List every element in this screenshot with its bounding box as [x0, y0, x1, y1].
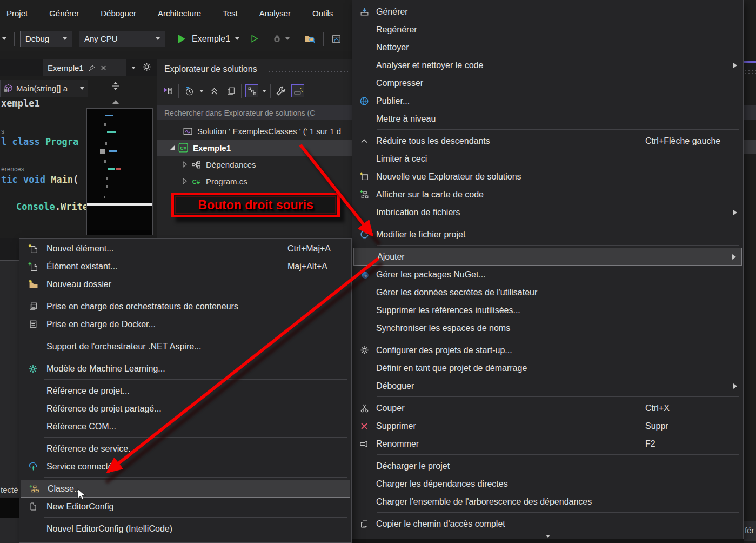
- expander-open-icon[interactable]: [167, 145, 177, 150]
- switch-views-icon[interactable]: [162, 84, 175, 97]
- expander-closed-icon[interactable]: [180, 161, 190, 168]
- tree-row-program-cs[interactable]: C#Program.cs: [157, 173, 352, 189]
- menu-item-configurer-startup[interactable]: Configurer des projets de start-up...: [352, 341, 743, 359]
- panel-drag-texture[interactable]: [268, 68, 349, 74]
- track-caret-icon[interactable]: [262, 90, 266, 92]
- menu-item-nouvelle-vue[interactable]: Nouvelle vue Explorateur de solutions: [352, 168, 743, 186]
- menu-item-definir-projet-demarrage[interactable]: Définir en tant que projet de démarrage: [352, 359, 743, 377]
- configuration-dropdown[interactable]: Debug: [20, 31, 72, 47]
- tree-row-solution[interactable]: Solution ' ExemplesClasses ' (' 1 sur 1 …: [157, 123, 352, 139]
- menu-item-reduire-descendants[interactable]: Réduire tous les descendantsCtrl+Flèche …: [352, 132, 743, 150]
- menu-item-reference-service[interactable]: Référence de service...: [19, 440, 351, 458]
- menu-item-nouvel-element[interactable]: Nouvel élément...Ctrl+Maj+A: [19, 240, 351, 257]
- menu-item-new-editorconfig[interactable]: New EditorConfig: [19, 498, 351, 515]
- menu-item-nettoyer[interactable]: Nettoyer: [352, 38, 743, 56]
- menu-item-synchroniser-espaces[interactable]: Synchroniser les espaces de noms: [352, 319, 743, 337]
- menu-item-regenerer[interactable]: Regénérer: [352, 21, 743, 38]
- collapse-all-icon[interactable]: [208, 84, 220, 97]
- menubar-item-outils[interactable]: Outils: [312, 9, 333, 18]
- scroll-up-icon[interactable]: [112, 100, 119, 104]
- menubar-item-projet[interactable]: Projet: [6, 9, 28, 18]
- tree-row-dependances[interactable]: Dépendances: [157, 156, 352, 173]
- code-line: tic void Main(: [1, 174, 78, 185]
- menu-item-shortcut: Ctrl+Maj+A: [287, 244, 331, 254]
- menu-item-shortcut: Suppr: [645, 421, 668, 431]
- menu-item-label: Limiter à ceci: [376, 154, 427, 164]
- new-view-icon: [352, 172, 376, 181]
- window-home-icon[interactable]: [330, 34, 342, 44]
- track-active-item-icon[interactable]: [245, 84, 258, 97]
- menu-separator: [19, 435, 351, 440]
- platform-dropdown[interactable]: Any CPU: [79, 31, 165, 47]
- menu-item-ajouter[interactable]: Ajouter: [353, 248, 742, 266]
- pending-changes-filter-icon[interactable]: [183, 84, 196, 97]
- minimap-viewport-bar[interactable]: [87, 203, 152, 206]
- menu-item-supprimer[interactable]: SupprimerSuppr: [352, 417, 743, 435]
- menu-item-decharger-projet[interactable]: Décharger le projet: [352, 457, 743, 475]
- panel-drag-texture: [744, 67, 756, 75]
- hot-reload-flame-icon[interactable]: [271, 34, 283, 44]
- menu-item-compresser[interactable]: Compresser: [352, 74, 743, 92]
- annotation-box: Bouton droit souris: [171, 193, 340, 217]
- expander-closed-icon[interactable]: [180, 178, 190, 184]
- menu-item-classe[interactable]: Classe...: [21, 480, 350, 498]
- menubar-item-test[interactable]: Test: [223, 9, 238, 18]
- start-debugging-play-icon[interactable]: [178, 35, 185, 43]
- hot-reload-caret-icon[interactable]: [285, 37, 290, 40]
- menu-item-nouveau-dossier[interactable]: Nouveau dossier: [19, 275, 351, 293]
- menu-scroll-down-icon[interactable]: [546, 535, 550, 538]
- menu-item-label: Modèle de Machine Learning...: [46, 364, 165, 374]
- menu-item-donnees-secretes[interactable]: Gérer les données secrètes de l'utilisat…: [352, 283, 743, 301]
- menu-item-supprimer-references[interactable]: Supprimer les références inutilisées...: [352, 301, 743, 319]
- start-without-debugging-icon[interactable]: [248, 34, 260, 44]
- toolbar-overflow-caret-icon[interactable]: [2, 37, 6, 40]
- class-icon: [21, 484, 48, 494]
- menubar-item-analyser[interactable]: Analyser: [259, 9, 291, 18]
- menu-item-label: Couper: [376, 403, 404, 413]
- menu-item-orchestrateurs-conteneurs[interactable]: Prise en charge des orchestrateurs de co…: [19, 297, 351, 315]
- splitter-handle-icon[interactable]: [111, 81, 121, 91]
- menu-item-analyser-nettoyer-code[interactable]: Analyser et nettoyer le code: [352, 56, 743, 74]
- menu-item-machine-learning[interactable]: Modèle de Machine Learning...: [19, 360, 351, 378]
- menu-item-charger-arborescence[interactable]: Charger l'ensemble de l'arborescence des…: [352, 493, 743, 511]
- run-target-caret-icon[interactable]: [235, 37, 239, 40]
- menu-item-nouvel-editorconfig-intellicode[interactable]: Nouvel EditorConfig (IntelliCode): [19, 520, 351, 538]
- menu-item-generer[interactable]: Générer: [352, 3, 743, 21]
- show-all-files-icon[interactable]: [224, 84, 237, 97]
- menu-item-shortcut: Ctrl+X: [645, 403, 670, 413]
- menu-item-label: Renommer: [376, 439, 419, 449]
- preview-selected-item-icon[interactable]: [291, 84, 304, 97]
- menu-item-mettre-a-niveau[interactable]: Mettre à niveau: [352, 110, 743, 128]
- menu-item-reference-com[interactable]: Référence COM...: [19, 418, 351, 435]
- menu-item-docker[interactable]: Prise en charge de Docker...: [19, 315, 351, 333]
- tree-row-project-exemple1[interactable]: C#Exemple1: [157, 140, 352, 156]
- menubar-item-architecture[interactable]: Architecture: [158, 9, 201, 18]
- editor-minimap[interactable]: [86, 108, 153, 235]
- menu-item-deboguer[interactable]: Déboguer: [352, 377, 743, 395]
- filter-caret-icon[interactable]: [199, 90, 204, 92]
- menu-item-copier-chemin[interactable]: Copier le chemin d'accès complet: [352, 515, 743, 533]
- menubar-item-deboguer[interactable]: Déboguer: [101, 9, 136, 18]
- menu-item-limiter-a-ceci[interactable]: Limiter à ceci: [352, 150, 743, 168]
- run-target-label[interactable]: Exemple1: [192, 34, 230, 44]
- solution-search-input[interactable]: Rechercher dans Explorateur de solutions…: [157, 105, 352, 120]
- menu-item-publier[interactable]: Publier...: [352, 92, 743, 110]
- menu-item-carte-de-code[interactable]: Afficher sur la carte de code: [352, 186, 743, 203]
- menu-item-net-aspire[interactable]: Support de l'orchestrateur .NET Aspire..…: [19, 337, 351, 355]
- menu-item-imbrication-fichiers[interactable]: Imbrication de fichiers: [352, 203, 743, 221]
- existing-item-icon: [19, 262, 46, 272]
- minimap-mark: [116, 168, 121, 170]
- menu-item-couper[interactable]: CouperCtrl+X: [352, 399, 743, 417]
- find-in-files-folder-icon[interactable]: [304, 34, 316, 44]
- menu-item-reference-projet[interactable]: Référence de projet...: [19, 382, 351, 400]
- menu-item-service-connecte[interactable]: Service connecté: [19, 458, 351, 475]
- menu-item-reference-projet-partage[interactable]: Référence de projet partagé...: [19, 400, 351, 418]
- toolbar-separator: [241, 84, 242, 98]
- properties-wrench-icon[interactable]: [275, 84, 287, 97]
- menu-item-renommer[interactable]: RenommerF2: [352, 435, 743, 453]
- menubar-item-generer[interactable]: Générer: [49, 9, 79, 18]
- menu-item-gerer-packages-nuget[interactable]: Gérer les packages NuGet...: [352, 266, 743, 283]
- menu-item-charger-dependances-directes[interactable]: Charger les dépendances directes: [352, 475, 743, 493]
- menu-item-modifier-fichier-projet[interactable]: Modifier le fichier projet: [352, 226, 743, 243]
- menu-item-element-existant[interactable]: Élément existant...Maj+Alt+A: [19, 257, 351, 275]
